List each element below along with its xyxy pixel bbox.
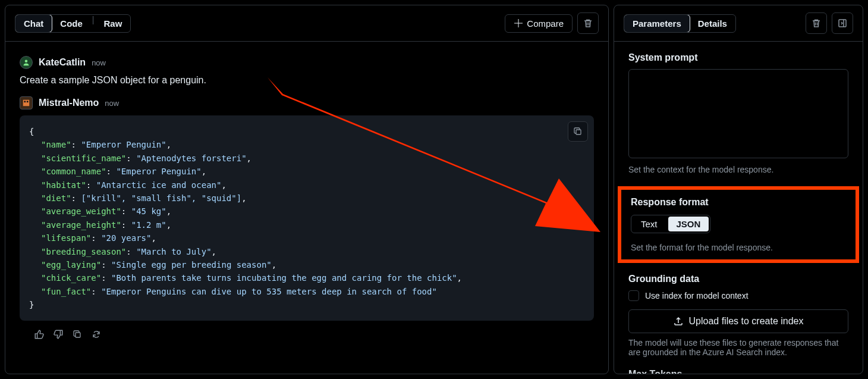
view-tabs: Chat Code | Raw [15, 14, 131, 33]
tab-parameters[interactable]: Parameters [624, 14, 690, 33]
plus-icon [514, 18, 523, 28]
svg-rect-5 [76, 333, 80, 337]
svg-rect-4 [576, 130, 581, 134]
user-name: KateCatlin [39, 57, 86, 68]
grounding-section: Grounding data Use index for model conte… [628, 274, 848, 357]
response-format-toggle: Text JSON [631, 215, 710, 233]
copy-icon[interactable] [72, 329, 83, 340]
tab-code[interactable]: Code [52, 15, 91, 32]
code-block: { "name": "Emperor Penguin", "scientific… [20, 115, 594, 321]
tab-details[interactable]: Details [690, 15, 735, 32]
thumbs-up-icon[interactable] [34, 329, 45, 340]
model-message-header: Mistral-Nemo now [20, 96, 594, 109]
user-timestamp: now [92, 58, 106, 67]
upload-files-button[interactable]: Upload files to create index [628, 309, 848, 333]
compare-button[interactable]: Compare [505, 14, 573, 33]
params-tabs: Parameters Details [624, 14, 736, 33]
collapse-panel-button[interactable] [832, 12, 853, 34]
delete-button[interactable] [577, 12, 599, 34]
system-prompt-title: System prompt [628, 52, 848, 63]
system-prompt-section: System prompt Set the context for the mo… [628, 52, 848, 174]
chat-panel: Chat Code | Raw Compare KateCatli [5, 5, 609, 374]
svg-point-0 [25, 60, 28, 63]
grounding-title: Grounding data [628, 274, 848, 284]
response-format-help: Set the format for the model response. [631, 243, 846, 252]
user-message-header: KateCatlin now [20, 56, 594, 69]
grounding-help: The model will use these files to genera… [628, 338, 848, 357]
grounding-checkbox-row: Use index for model context [628, 290, 848, 301]
response-format-highlight: Response format Text JSON Set the format… [618, 186, 859, 263]
upload-icon [674, 317, 683, 326]
svg-rect-3 [27, 101, 29, 103]
thumbs-down-icon[interactable] [53, 329, 64, 340]
model-timestamp: now [105, 99, 119, 108]
format-json-option[interactable]: JSON [668, 217, 709, 231]
params-body: System prompt Set the context for the mo… [614, 42, 863, 374]
regenerate-icon[interactable] [91, 329, 102, 340]
system-prompt-input[interactable] [628, 69, 848, 158]
params-header: Parameters Details [614, 5, 863, 42]
max-tokens-section: Max Tokens [628, 369, 848, 374]
delete-params-button[interactable] [806, 12, 827, 34]
grounding-checkbox-label: Use index for model context [645, 291, 749, 300]
user-avatar [20, 56, 33, 69]
tab-chat[interactable]: Chat [15, 14, 52, 33]
chat-body: KateCatlin now Create a sample JSON obje… [5, 42, 608, 374]
user-message-text: Create a sample JSON object for a pengui… [20, 75, 594, 86]
tab-divider: | [92, 15, 95, 32]
model-avatar [20, 96, 33, 109]
svg-rect-2 [24, 101, 26, 103]
format-text-option[interactable]: Text [631, 215, 667, 233]
response-format-title: Response format [631, 197, 846, 208]
message-actions [20, 321, 594, 348]
upload-label: Upload files to create index [689, 316, 804, 327]
parameters-panel: Parameters Details System prompt Set the… [614, 5, 863, 374]
system-prompt-help: Set the context for the model response. [628, 165, 848, 174]
model-name: Mistral-Nemo [39, 98, 99, 108]
tab-raw[interactable]: Raw [95, 15, 130, 32]
compare-label: Compare [527, 18, 564, 29]
chat-header: Chat Code | Raw Compare [5, 5, 608, 42]
svg-rect-1 [23, 100, 30, 107]
grounding-checkbox[interactable] [628, 290, 639, 301]
copy-button[interactable] [568, 121, 588, 142]
max-tokens-title: Max Tokens [628, 369, 848, 374]
